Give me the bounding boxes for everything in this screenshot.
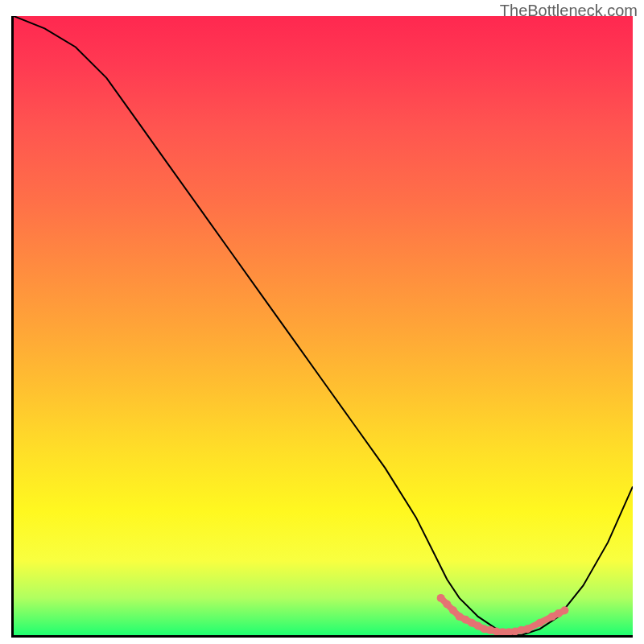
svg-point-1 (443, 601, 451, 609)
chart-svg-layer (14, 16, 633, 635)
svg-point-18 (560, 606, 568, 614)
svg-point-14 (523, 625, 531, 633)
chart-plot-area (11, 16, 633, 638)
svg-point-0 (437, 594, 445, 602)
svg-point-2 (449, 606, 457, 614)
svg-point-15 (536, 619, 544, 627)
watermark-text: TheBottleneck.com (500, 2, 638, 20)
bottleneck-curve-line (14, 16, 633, 635)
optimal-range-markers (437, 594, 569, 635)
